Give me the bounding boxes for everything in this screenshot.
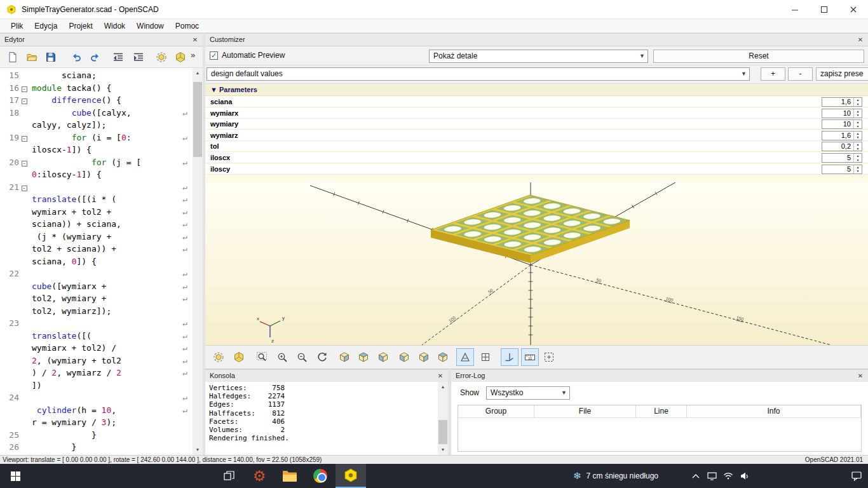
console-scrollbar[interactable]: ▲ ▼	[438, 382, 448, 455]
parameter-spinbox[interactable]: 1,6▲▼	[822, 131, 862, 140]
errorlog-column-line[interactable]: Line	[636, 405, 687, 418]
scroll-down-icon[interactable]: ▼	[438, 445, 448, 455]
remove-preset-button[interactable]: -	[788, 67, 813, 81]
view-front-button[interactable]	[415, 348, 433, 366]
parameter-spinbox[interactable]: 0,2▲▼	[822, 142, 862, 151]
zoom-in-button[interactable]	[273, 348, 291, 366]
errorlog-column-info[interactable]: Info	[687, 405, 861, 418]
perspective-button[interactable]	[456, 348, 474, 366]
view-top-button[interactable]	[355, 348, 372, 366]
fold-marker-icon[interactable]: -	[22, 86, 27, 92]
preview-button[interactable]	[210, 348, 227, 366]
new-file-button[interactable]	[4, 48, 22, 66]
editor-close-icon[interactable]: ✕	[191, 36, 200, 44]
spin-down-icon[interactable]: ▼	[854, 113, 862, 118]
spin-down-icon[interactable]: ▼	[854, 147, 862, 151]
save-button[interactable]	[42, 48, 60, 66]
render-button[interactable]	[172, 48, 189, 66]
toolbar-overflow-button[interactable]: »	[191, 50, 195, 60]
parameter-spinbox[interactable]: 5▲▼	[822, 153, 862, 163]
menu-pomoc[interactable]: Pomoc	[170, 19, 205, 33]
scroll-up-icon[interactable]: ▲	[193, 68, 203, 78]
save-preset-button[interactable]: zapisz prese	[816, 67, 868, 81]
scroll-down-icon[interactable]: ▼	[193, 445, 203, 455]
spin-down-icon[interactable]: ▼	[854, 102, 862, 107]
zoom-all-button[interactable]	[253, 348, 271, 366]
view-back-button[interactable]	[434, 348, 452, 366]
gear-app-icon[interactable]: ⚙	[244, 464, 275, 488]
errorlog-column-file[interactable]: File	[534, 405, 636, 418]
console-close-icon[interactable]: ✕	[436, 372, 445, 381]
preview-button[interactable]	[153, 48, 170, 66]
parameter-value[interactable]: 10	[822, 109, 853, 118]
parameter-spinbox[interactable]: 5▲▼	[822, 165, 862, 174]
redo-button[interactable]	[86, 48, 104, 66]
volume-tray-icon[interactable]	[737, 464, 752, 488]
fold-marker-icon[interactable]: -	[22, 136, 27, 142]
spin-down-icon[interactable]: ▼	[854, 125, 862, 129]
view-bottom-button[interactable]	[374, 348, 392, 366]
scrollbar-thumb[interactable]	[193, 82, 202, 157]
show-axes-button[interactable]	[501, 348, 519, 366]
openscad-taskbar-icon[interactable]	[336, 464, 366, 488]
detail-select[interactable]: Pokaż detale ▼	[429, 50, 648, 63]
spin-down-icon[interactable]: ▼	[854, 169, 862, 173]
wifi-tray-icon[interactable]	[721, 464, 736, 488]
preset-select[interactable]: design default values ▼	[207, 67, 750, 81]
scrollbar-thumb[interactable]	[438, 420, 447, 444]
fold-marker-icon[interactable]: -	[22, 161, 27, 166]
view-right-button[interactable]	[336, 348, 353, 366]
view-left-button[interactable]	[395, 348, 413, 366]
menu-edycja[interactable]: Edycja	[29, 19, 63, 33]
show-crosshairs-button[interactable]	[540, 348, 558, 366]
parameter-spinbox[interactable]: 10▲▼	[822, 109, 862, 118]
viewport-3d-scene[interactable]: 5010015050100xyz	[205, 182, 868, 345]
parameter-spinbox[interactable]: 10▲▼	[822, 119, 862, 129]
fold-marker-icon[interactable]: -	[22, 186, 27, 191]
menu-plik[interactable]: Plik	[5, 19, 29, 33]
menu-window[interactable]: Window	[131, 19, 170, 33]
display-tray-icon[interactable]	[704, 464, 719, 488]
parameters-group-header[interactable]: ▼ Parameters	[205, 84, 868, 96]
minimize-button[interactable]	[780, 0, 810, 19]
indent-button[interactable]	[130, 48, 147, 66]
render-button[interactable]	[230, 348, 248, 366]
parameter-value[interactable]: 0,2	[822, 142, 853, 151]
action-center-icon[interactable]	[845, 464, 868, 488]
orthogonal-button[interactable]	[477, 348, 494, 366]
errorlog-column-group[interactable]: Group	[458, 405, 534, 418]
parameter-value[interactable]: 10	[822, 120, 853, 128]
parameter-value[interactable]: 1,6	[822, 98, 853, 106]
editor-scrollbar[interactable]: ▲ ▼	[193, 68, 203, 455]
unindent-button[interactable]	[109, 48, 127, 66]
reset-view-button[interactable]	[313, 348, 331, 366]
scroll-up-icon[interactable]: ▲	[438, 382, 448, 392]
customizer-close-icon[interactable]: ✕	[856, 36, 865, 44]
parameter-value[interactable]: 5	[822, 165, 853, 173]
fold-marker-icon[interactable]: -	[22, 98, 27, 104]
parameter-spinbox[interactable]: 1,6▲▼	[822, 97, 862, 107]
add-preset-button[interactable]: +	[761, 67, 785, 81]
zoom-out-button[interactable]	[293, 348, 311, 366]
parameter-value[interactable]: 1,6	[822, 132, 853, 140]
maximize-button[interactable]	[810, 0, 839, 19]
errorlog-filter-select[interactable]: Wszystko ▼	[486, 386, 570, 400]
automatic-preview-checkbox[interactable]: ✓	[210, 51, 218, 60]
reset-button[interactable]: Reset	[653, 50, 864, 63]
close-button[interactable]	[839, 0, 868, 19]
parameter-value[interactable]: 5	[822, 154, 853, 162]
file-explorer-icon[interactable]	[275, 464, 305, 488]
weather-tray-widget[interactable]: ❄ 7 cm śniegu niedługo	[573, 464, 688, 488]
spin-down-icon[interactable]: ▼	[854, 135, 862, 140]
menu-widok[interactable]: Widok	[98, 19, 131, 33]
viewport-3d[interactable]: 5010015050100xyz	[205, 182, 868, 345]
start-button[interactable]	[0, 464, 31, 488]
code-editor[interactable]: 15 sciana;16-module tacka() {17- differe…	[0, 68, 193, 455]
errorlog-close-icon[interactable]: ✕	[856, 372, 865, 381]
spin-down-icon[interactable]: ▼	[854, 158, 862, 163]
tray-expand-chevron-icon[interactable]	[689, 464, 703, 488]
task-view-button[interactable]	[214, 464, 244, 488]
undo-button[interactable]	[67, 48, 85, 66]
menu-projekt[interactable]: Projekt	[63, 19, 98, 33]
show-scale-markers-button[interactable]: 10	[521, 348, 539, 366]
